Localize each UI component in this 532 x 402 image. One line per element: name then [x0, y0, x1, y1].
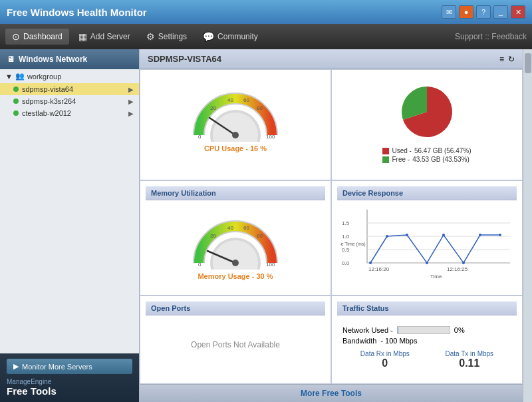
- used-label: Used -: [392, 147, 411, 154]
- nav-settings[interactable]: ⚙ Settings: [140, 29, 194, 45]
- sidebar-item-vista64[interactable]: sdpmsp-vista64 ▶: [0, 83, 139, 95]
- legend-free: Free - 43.53 GB (43.53%): [382, 156, 471, 163]
- monitor-more-icon: ▶: [13, 362, 19, 371]
- add-server-icon: ▦: [78, 31, 87, 42]
- chevron-right-icon: ▶: [128, 86, 134, 93]
- nav-support[interactable]: Support :: Feedback: [455, 32, 527, 41]
- content-header: SDPMSP-VISTA64 ≡ ↻: [140, 49, 523, 69]
- brand-area: ManageEngine Free Tools: [7, 378, 132, 397]
- title-bar: Free Windows Health Monitor ✉ ● ? _ ✕: [0, 0, 532, 24]
- pie-legend: Used - 56.47 GB (56.47%) Free - 43.53 GB…: [382, 146, 471, 164]
- window-controls: ✉ ● ? _ ✕: [442, 5, 525, 19]
- nav-community-label: Community: [217, 32, 258, 41]
- open-ports-area: Open Ports Not Available: [146, 318, 325, 371]
- svg-point-39: [479, 234, 481, 236]
- scrollbar-thumb[interactable]: [525, 53, 531, 73]
- svg-text:80: 80: [257, 233, 263, 239]
- traffic-network-row: Network Used - 0%: [342, 326, 511, 334]
- header-icons: ≡ ↻: [499, 55, 515, 64]
- scrollbar[interactable]: [523, 49, 532, 402]
- settings-icon: ⚙: [146, 31, 155, 42]
- nav-dashboard-label: Dashboard: [23, 32, 63, 41]
- open-ports-cell: Open Ports Open Ports Not Available: [140, 296, 331, 384]
- svg-text:60: 60: [243, 97, 249, 103]
- nav-items: ⊙ Dashboard ▦ Add Server ⚙ Settings 💬 Co…: [5, 29, 265, 45]
- svg-point-36: [426, 262, 428, 264]
- cpu-label: CPU Usage - 16 %: [204, 144, 267, 152]
- help-btn[interactable]: ?: [476, 5, 491, 19]
- device-response-cell: Device Response 0.0 0.5 1.0 1.5: [331, 180, 523, 296]
- network-pct: 0%: [454, 326, 465, 334]
- traffic-header: Traffic Status: [337, 302, 517, 315]
- list-icon[interactable]: ≡: [499, 55, 504, 64]
- more-tools-bar[interactable]: More Free Tools: [140, 384, 523, 402]
- memory-gauge-container: 0 20 40 60 80 100 Memory Usage - 30 %: [146, 203, 325, 287]
- status-dot-green-2: [13, 99, 19, 104]
- svg-text:60: 60: [243, 225, 249, 231]
- content-grid: 0 20 40 60 80 100 CPU Usage - 16 %: [140, 69, 523, 384]
- main-layout: 🖥 Windows Network ▼ 👥 workgroup sdpmsp-v…: [0, 49, 532, 402]
- group-label: workgroup: [27, 73, 61, 81]
- sidebar-item-w2012[interactable]: ctestlab-w2012 ▶: [0, 107, 139, 119]
- group-icon: 👥: [15, 72, 25, 81]
- dashboard-icon: ⊙: [12, 31, 20, 42]
- svg-text:0.0: 0.0: [342, 260, 350, 266]
- group-expand-icon: ▼: [5, 73, 13, 81]
- app-title: Free Windows Health Monitor: [7, 7, 147, 18]
- svg-text:100: 100: [266, 262, 275, 268]
- svg-text:0.5: 0.5: [342, 247, 350, 253]
- open-ports-message: Open Ports Not Available: [191, 340, 280, 349]
- nav-community[interactable]: 💬 Community: [196, 29, 265, 45]
- svg-text:20: 20: [210, 233, 216, 239]
- svg-point-33: [369, 262, 372, 264]
- svg-text:100: 100: [266, 134, 275, 140]
- traffic-cell: Traffic Status Network Used - 0% Bandwid…: [331, 296, 523, 384]
- sidebar-title: Windows Network: [19, 55, 87, 64]
- free-value: 43.53 GB (43.53%): [412, 156, 469, 163]
- svg-point-35: [406, 234, 408, 236]
- monitor-more-btn[interactable]: ▶ Monitor More Servers: [7, 359, 132, 374]
- device-response-header: Device Response: [337, 186, 517, 200]
- server-label-1: sdpmsp-vista64: [22, 85, 73, 93]
- traffic-container: Network Used - 0% Bandwidth - 100 Mbps D…: [337, 318, 517, 375]
- refresh-icon[interactable]: ↻: [508, 55, 515, 64]
- tree-group-workgroup[interactable]: ▼ 👥 workgroup: [0, 69, 139, 83]
- cpu-cell: 0 20 40 60 80 100 CPU Usage - 16 %: [140, 69, 331, 180]
- response-chart-svg: 0.0 0.5 1.0 1.5 12:16:20 12:16:25: [340, 206, 513, 280]
- status-dot-green: [13, 87, 19, 92]
- svg-text:40: 40: [227, 225, 233, 231]
- rx-col: Data Rx in Mbps 0: [360, 350, 410, 369]
- status-dot-green-3: [13, 110, 19, 116]
- nav-dashboard[interactable]: ⊙ Dashboard: [5, 29, 69, 45]
- svg-text:12:16:20: 12:16:20: [368, 266, 390, 272]
- svg-text:80: 80: [257, 105, 263, 111]
- nav-add-server[interactable]: ▦ Add Server: [72, 29, 137, 45]
- svg-text:40: 40: [227, 97, 233, 103]
- minimize-btn[interactable]: _: [493, 5, 508, 19]
- chevron-right-icon-2: ▶: [128, 98, 134, 105]
- tree-item-left-3: ctestlab-w2012: [13, 109, 71, 117]
- traffic-bar-fill: [398, 327, 399, 333]
- svg-text:1.5: 1.5: [342, 220, 350, 226]
- brand-top: ManageEngine: [7, 378, 57, 385]
- disk-cell: Used - 56.47 GB (56.47%) Free - 43.53 GB…: [331, 69, 523, 180]
- open-ports-header: Open Ports: [146, 302, 325, 315]
- monitor-more-label: Monitor More Servers: [22, 363, 92, 371]
- nav-settings-label: Settings: [158, 32, 187, 41]
- svg-text:12:16:25: 12:16:25: [447, 266, 468, 272]
- sidebar-footer: ▶ Monitor More Servers ManageEngine Free…: [0, 353, 139, 402]
- sidebar-item-k3sr264[interactable]: sdpmsp-k3sr264 ▶: [0, 95, 139, 107]
- memory-label: Memory Usage - 30 %: [198, 272, 273, 280]
- color-btn[interactable]: ●: [459, 5, 473, 19]
- rx-value: 0: [360, 357, 410, 369]
- used-value: 56.47 GB (56.47%): [414, 147, 471, 154]
- svg-point-40: [499, 234, 501, 236]
- tx-value: 0.11: [446, 357, 494, 369]
- traffic-bar-bg: [397, 326, 450, 334]
- email-btn[interactable]: ✉: [442, 5, 456, 19]
- close-btn[interactable]: ✕: [511, 5, 525, 19]
- memory-header: Memory Utilization: [146, 186, 325, 200]
- free-dot: [382, 156, 389, 163]
- svg-point-34: [386, 235, 388, 238]
- svg-point-37: [442, 234, 445, 236]
